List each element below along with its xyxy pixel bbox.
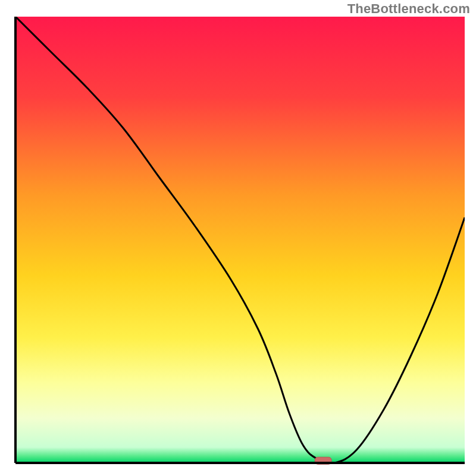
chart-svg [0,0,476,476]
chart-frame: { "watermark": "TheBottleneck.com", "col… [0,0,476,476]
watermark-text: TheBottleneck.com [347,1,470,17]
